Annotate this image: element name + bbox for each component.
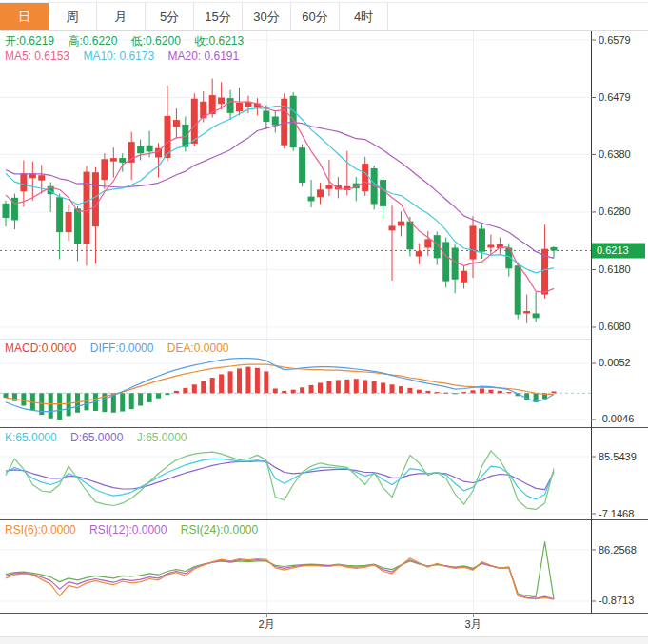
open-value: 开:0.6219 <box>5 34 54 48</box>
candle-body <box>515 265 521 314</box>
tab-4hour[interactable]: 4时 <box>340 3 388 30</box>
axis-tick-label: -0.8713 <box>599 595 634 606</box>
low-value: 低:0.6200 <box>131 34 181 48</box>
macd-bar <box>129 393 134 409</box>
candle-body <box>101 159 108 180</box>
candle-body <box>128 142 135 163</box>
tab-60min[interactable]: 60分 <box>291 3 340 30</box>
candle-body <box>66 212 72 232</box>
candle-body <box>317 189 324 197</box>
candle-body <box>110 158 117 162</box>
macd-bar <box>201 381 206 394</box>
candle-body <box>479 229 485 252</box>
ma-row: MA5: 0.6153 MA10: 0.6173 MA20: 0.6191 <box>5 49 249 63</box>
candle-body <box>461 271 467 283</box>
macd-bar <box>336 380 341 393</box>
axis-labels: 0.65790.64790.63800.62800.61800.60800.00… <box>591 34 637 607</box>
axis-tick-label: 0.0052 <box>599 357 631 368</box>
candle-body <box>92 172 99 226</box>
rsi-lines <box>6 542 554 600</box>
macd-bar <box>461 392 466 393</box>
tab-weekly[interactable]: 周 <box>49 3 97 30</box>
tab-30min[interactable]: 30分 <box>243 3 291 30</box>
macd-bar <box>363 380 367 393</box>
axis-tick-label: 0.6380 <box>599 148 631 160</box>
macd-bar <box>498 391 502 393</box>
d-line <box>6 461 554 490</box>
axis-tick-label: -7.1468 <box>599 508 634 519</box>
candle-body <box>74 208 81 244</box>
candle-body <box>299 147 305 183</box>
candle-body <box>290 96 297 147</box>
macd-bar <box>219 374 224 393</box>
tab-5min[interactable]: 5分 <box>146 3 194 30</box>
candle-body <box>452 247 459 279</box>
tab-daily[interactable]: 日 <box>0 3 49 30</box>
macd-bar <box>435 392 440 393</box>
axis-tick-label: 0.6280 <box>599 205 631 217</box>
candle-body <box>83 172 89 244</box>
axis-tick-label: 85.5439 <box>599 451 637 462</box>
macd-bar <box>237 368 242 393</box>
macd-lines <box>6 359 554 412</box>
macd-bar <box>354 379 359 393</box>
ma20-value: MA20: 0.6191 <box>167 49 239 63</box>
candle-body <box>227 98 234 113</box>
macd-bar <box>156 393 161 398</box>
macd-bar <box>399 386 403 393</box>
candle-body <box>38 175 45 180</box>
macd-bar <box>390 384 395 393</box>
macd-bar <box>255 368 260 393</box>
macd-bar <box>318 382 323 393</box>
kdj-row: K:65.0000 D:65.0000 J:65.0000 <box>5 431 198 444</box>
macd-bar <box>425 391 430 393</box>
macd-bar <box>192 384 197 393</box>
rsi6-value: RSI(6):0.0000 <box>5 523 76 537</box>
period-tabbar: 日周月5分15分30分60分4时 <box>0 2 648 31</box>
macd-bar <box>506 392 511 393</box>
tab-monthly[interactable]: 月 <box>97 3 146 30</box>
macd-bar <box>291 390 296 394</box>
d-value: D:65.0000 <box>70 431 123 444</box>
candle-body <box>263 110 269 121</box>
axis-tick-label: 0.6579 <box>599 34 631 46</box>
candle-body <box>3 204 10 218</box>
candle-body <box>272 116 279 125</box>
axis-tick-label: -0.0046 <box>599 413 634 424</box>
macd-bar <box>120 393 125 411</box>
macd-bar <box>372 381 377 394</box>
macd-bar <box>84 393 88 410</box>
rsi24-line <box>6 542 554 600</box>
tab-15min[interactable]: 15分 <box>194 3 243 30</box>
candle-body <box>308 197 315 202</box>
rsi12-value: RSI(12):0.0000 <box>89 523 167 537</box>
bottom-strip <box>0 637 648 644</box>
diff-value: DIFF:0.0000 <box>90 342 154 355</box>
macd-bar <box>12 393 17 400</box>
macd-bar <box>344 380 349 393</box>
candles-layer <box>3 79 558 323</box>
x-axis-label: 2月 <box>258 618 274 630</box>
kdj-lines <box>6 451 554 510</box>
rsi24-value: RSI(24):0.0000 <box>181 523 258 537</box>
candle-body <box>173 120 180 127</box>
macd-bar <box>165 393 169 395</box>
candle-body <box>362 164 368 191</box>
candle-body <box>406 222 413 250</box>
macd-bar <box>471 390 476 393</box>
macd-bar <box>67 393 71 416</box>
ma10-value: MA10: 0.6173 <box>83 49 154 63</box>
candle-body <box>416 251 422 256</box>
candle-body <box>325 185 332 189</box>
candle-body <box>20 173 27 191</box>
macd-row: MACD:0.0000 DIFF:0.0000 DEA:0.0000 <box>5 342 239 355</box>
candle-body <box>236 103 243 111</box>
candle-body <box>523 311 530 313</box>
candle-body <box>218 98 225 105</box>
candle-body <box>442 242 449 281</box>
macd-bar <box>4 393 9 398</box>
chart-canvas[interactable]: 0.65790.64790.63800.62800.61800.60800.00… <box>0 0 648 644</box>
macd-bar <box>453 393 458 394</box>
macd-bar <box>326 381 331 394</box>
candle-body <box>147 146 153 152</box>
